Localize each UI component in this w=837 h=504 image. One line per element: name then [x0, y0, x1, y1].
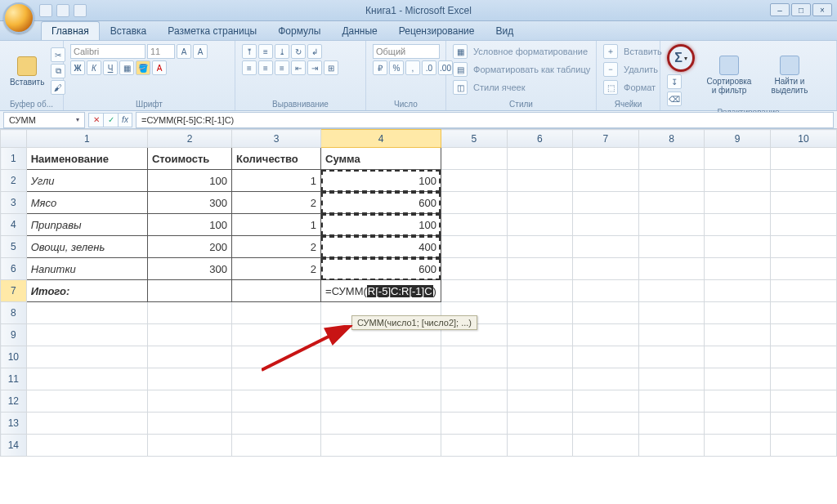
- cell-r13-c2[interactable]: [147, 413, 231, 435]
- format-as-table-button[interactable]: ▤ Форматировать как таблицу: [453, 62, 590, 77]
- cell-r4-c6[interactable]: [507, 214, 573, 236]
- cell-r10-c4[interactable]: [321, 346, 441, 368]
- row-header-5[interactable]: 5: [1, 236, 27, 258]
- cell-r7-c2[interactable]: [147, 280, 231, 302]
- cell-r1-c2[interactable]: Стоимость: [147, 148, 231, 170]
- col-header-7[interactable]: 7: [573, 130, 639, 148]
- cell-r5-c2[interactable]: 200: [147, 236, 231, 258]
- close-button[interactable]: ×: [812, 3, 832, 16]
- cell-r12-c4[interactable]: [321, 390, 441, 413]
- clear-icon[interactable]: ⌫: [667, 91, 682, 106]
- cell-r7-c8[interactable]: [638, 280, 705, 302]
- grow-font-icon[interactable]: A: [177, 44, 191, 59]
- cell-r4-c2[interactable]: 100: [147, 214, 231, 236]
- cell-r11-c7[interactable]: [573, 368, 639, 390]
- row-header-8[interactable]: 8: [1, 302, 27, 324]
- cell-r14-c4[interactable]: [321, 435, 441, 457]
- cell-r9-c1[interactable]: [26, 324, 147, 346]
- align-left-icon[interactable]: ≡: [242, 60, 257, 75]
- align-center-icon[interactable]: ≡: [258, 60, 273, 75]
- row-header-13[interactable]: 13: [1, 413, 27, 435]
- cell-r3-c1[interactable]: Мясо: [26, 192, 147, 214]
- cell-r6-c10[interactable]: [770, 258, 836, 280]
- cell-r9-c6[interactable]: [507, 324, 573, 346]
- cell-r1-c4[interactable]: Сумма: [321, 148, 441, 170]
- qat-redo-icon[interactable]: [74, 4, 87, 17]
- col-header-10[interactable]: 10: [770, 130, 836, 148]
- cell-r11-c8[interactable]: [638, 368, 705, 390]
- cell-r12-c6[interactable]: [507, 390, 573, 413]
- row-header-10[interactable]: 10: [1, 346, 27, 368]
- cell-r6-c4[interactable]: 600: [321, 258, 441, 280]
- cell-r2-c8[interactable]: [638, 170, 705, 192]
- cell-r12-c2[interactable]: [147, 390, 231, 413]
- fill-icon[interactable]: ↧: [667, 74, 682, 89]
- percent-icon[interactable]: %: [389, 60, 404, 75]
- cell-r3-c2[interactable]: 300: [147, 192, 231, 214]
- cell-r3-c4[interactable]: 600: [321, 192, 441, 214]
- wrap-text-icon[interactable]: ↲: [307, 44, 322, 59]
- col-header-4[interactable]: 4: [321, 130, 441, 148]
- formula-input[interactable]: =СУММ(R[-5]C:R[-1]C): [136, 112, 834, 128]
- cell-r13-c7[interactable]: [573, 413, 639, 435]
- cell-r13-c10[interactable]: [770, 413, 836, 435]
- cell-r7-c3[interactable]: [232, 280, 321, 302]
- tab-data[interactable]: Данные: [331, 21, 387, 40]
- cell-r9-c7[interactable]: [573, 324, 639, 346]
- col-header-3[interactable]: 3: [232, 130, 321, 148]
- cell-r9-c3[interactable]: [232, 324, 321, 346]
- row-header-6[interactable]: 6: [1, 258, 27, 280]
- cell-r11-c9[interactable]: [705, 368, 771, 390]
- cell-r8-c3[interactable]: [232, 302, 321, 324]
- row-header-12[interactable]: 12: [1, 390, 27, 413]
- cell-r10-c7[interactable]: [573, 346, 639, 368]
- indent-inc-icon[interactable]: ⇥: [307, 60, 322, 75]
- cell-r3-c7[interactable]: [573, 192, 639, 214]
- name-box[interactable]: СУММ▾: [3, 112, 85, 128]
- cell-r2-c2[interactable]: 100: [147, 170, 231, 192]
- cell-r5-c4[interactable]: 400: [321, 236, 441, 258]
- cell-r6-c7[interactable]: [573, 258, 639, 280]
- cell-r4-c3[interactable]: 1: [232, 214, 321, 236]
- cell-r14-c10[interactable]: [770, 435, 836, 457]
- row-header-4[interactable]: 4: [1, 214, 27, 236]
- cell-r7-c1[interactable]: Итого:: [26, 280, 147, 302]
- tab-home[interactable]: Главная: [41, 21, 100, 40]
- cell-r2-c7[interactable]: [573, 170, 639, 192]
- bold-icon[interactable]: Ж: [70, 60, 85, 75]
- cell-r6-c5[interactable]: [441, 258, 507, 280]
- cell-r4-c1[interactable]: Приправы: [26, 214, 147, 236]
- cell-r4-c4[interactable]: 100: [321, 214, 441, 236]
- cell-r10-c3[interactable]: [232, 346, 321, 368]
- col-header-9[interactable]: 9: [705, 130, 771, 148]
- confirm-edit-icon[interactable]: ✓: [103, 113, 118, 127]
- cell-r5-c8[interactable]: [638, 236, 705, 258]
- row-header-3[interactable]: 3: [1, 192, 27, 214]
- cell-r3-c10[interactable]: [770, 192, 836, 214]
- cell-r6-c1[interactable]: Напитки: [26, 258, 147, 280]
- cell-r2-c4[interactable]: 100: [321, 170, 441, 192]
- cell-r1-c8[interactable]: [638, 148, 705, 170]
- cell-r3-c3[interactable]: 2: [232, 192, 321, 214]
- cell-r11-c5[interactable]: [441, 368, 507, 390]
- cell-r8-c2[interactable]: [147, 302, 231, 324]
- row-header-7[interactable]: 7: [1, 280, 27, 302]
- tab-formulas[interactable]: Формулы: [267, 21, 331, 40]
- cell-r3-c9[interactable]: [705, 192, 771, 214]
- cell-r6-c6[interactable]: [507, 258, 573, 280]
- currency-icon[interactable]: ₽: [373, 60, 387, 75]
- cell-r5-c6[interactable]: [507, 236, 573, 258]
- cell-r4-c8[interactable]: [638, 214, 705, 236]
- cell-r13-c5[interactable]: [441, 413, 507, 435]
- cell-r11-c4[interactable]: [321, 368, 441, 390]
- cell-r2-c9[interactable]: [705, 170, 771, 192]
- cell-r13-c9[interactable]: [705, 413, 771, 435]
- cell-r2-c3[interactable]: 1: [232, 170, 321, 192]
- cell-r11-c2[interactable]: [147, 368, 231, 390]
- cell-r12-c10[interactable]: [770, 390, 836, 413]
- indent-dec-icon[interactable]: ⇤: [291, 60, 306, 75]
- cell-r3-c6[interactable]: [507, 192, 573, 214]
- cell-r11-c10[interactable]: [770, 368, 836, 390]
- cell-r14-c9[interactable]: [705, 435, 771, 457]
- cell-r4-c9[interactable]: [705, 214, 771, 236]
